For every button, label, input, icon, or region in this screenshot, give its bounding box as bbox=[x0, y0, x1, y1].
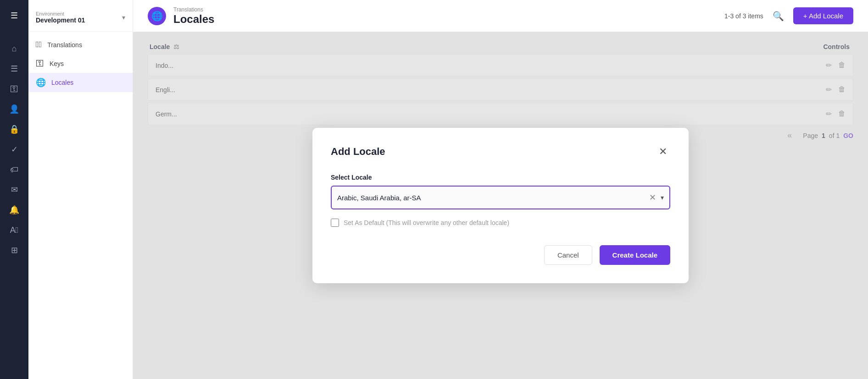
chevron-down-icon[interactable]: ▾ bbox=[661, 194, 664, 201]
modal-actions: Cancel Create Locale bbox=[331, 245, 670, 265]
modal-overlay: Add Locale ✕ Select Locale ✕ ▾ Set As De… bbox=[133, 32, 868, 379]
locale-input[interactable] bbox=[337, 194, 649, 202]
lock-icon[interactable]: 🔒 bbox=[6, 121, 22, 137]
env-label: Environment bbox=[36, 11, 85, 16]
nav-sidebar: Environment Development 01 ▾ ✕⃣ Translat… bbox=[28, 0, 133, 379]
header-right: 1-3 of 3 items 🔍 + Add Locale bbox=[724, 7, 853, 24]
clear-icon[interactable]: ✕ bbox=[649, 192, 656, 203]
page-title: Locales bbox=[173, 13, 214, 26]
globe-icon: 🌐 bbox=[148, 7, 166, 25]
modal-header: Add Locale ✕ bbox=[331, 144, 670, 159]
hamburger-icon[interactable]: ☰ bbox=[6, 7, 22, 24]
dark-sidebar: ☰ ⌂ ☰ ⚿ 👤 🔒 ✓ 🏷 ✉ 🔔 A⃤ ⊞ bbox=[0, 0, 28, 379]
locale-input-wrapper: ✕ ▾ bbox=[331, 186, 670, 209]
grid-icon[interactable]: ⊞ bbox=[6, 242, 22, 258]
key-icon: ⚿ bbox=[36, 59, 44, 68]
sidebar-item-label: Locales bbox=[51, 79, 73, 86]
modal-title: Add Locale bbox=[331, 146, 385, 158]
check-icon[interactable]: ✓ bbox=[6, 141, 22, 158]
translate-icon[interactable]: A⃤ bbox=[6, 222, 22, 238]
table-area: Locale ⚖ Controls Indo... ✏ 🗑 Engli... ✏… bbox=[133, 32, 868, 379]
cancel-button[interactable]: Cancel bbox=[544, 245, 592, 265]
set-default-checkbox[interactable] bbox=[331, 219, 339, 227]
modal-close-button[interactable]: ✕ bbox=[656, 144, 670, 159]
tag-icon[interactable]: 🏷 bbox=[6, 161, 22, 178]
select-locale-label: Select Locale bbox=[331, 174, 670, 181]
key-icon[interactable]: ⚿ bbox=[6, 81, 22, 97]
env-name: Development 01 bbox=[36, 16, 85, 24]
add-locale-button[interactable]: + Add Locale bbox=[793, 7, 853, 24]
globe-icon: 🌐 bbox=[36, 77, 46, 88]
add-locale-modal: Add Locale ✕ Select Locale ✕ ▾ Set As De… bbox=[312, 128, 689, 283]
sidebar-item-locales[interactable]: 🌐 Locales bbox=[28, 73, 133, 92]
title-block: Translations Locales bbox=[173, 6, 214, 26]
input-icons: ✕ ▾ bbox=[649, 192, 664, 203]
environment-selector[interactable]: Environment Development 01 ▾ bbox=[28, 7, 133, 32]
search-icon[interactable]: 🔍 bbox=[773, 11, 784, 22]
list-icon[interactable]: ☰ bbox=[6, 60, 22, 77]
create-locale-button[interactable]: Create Locale bbox=[600, 245, 670, 265]
sidebar-item-label: Keys bbox=[50, 60, 64, 67]
user-icon[interactable]: 👤 bbox=[6, 101, 22, 117]
sidebar-item-label: Translations bbox=[47, 41, 82, 49]
breadcrumb: Translations bbox=[173, 6, 214, 13]
chevron-down-icon: ▾ bbox=[122, 14, 125, 21]
page-header: 🌐 Translations Locales 1-3 of 3 items 🔍 … bbox=[133, 0, 868, 32]
mail-icon[interactable]: ✉ bbox=[6, 181, 22, 198]
translate-icon: ✕⃣ bbox=[36, 40, 42, 49]
sidebar-item-translations[interactable]: ✕⃣ Translations bbox=[28, 35, 133, 54]
sidebar-item-keys[interactable]: ⚿ Keys bbox=[28, 54, 133, 73]
header-left: 🌐 Translations Locales bbox=[148, 6, 214, 26]
main-content: 🌐 Translations Locales 1-3 of 3 items 🔍 … bbox=[133, 0, 868, 379]
home-icon[interactable]: ⌂ bbox=[6, 40, 22, 57]
items-count: 1-3 of 3 items bbox=[724, 12, 763, 20]
checkbox-label: Set As Default (This will overwrite any … bbox=[344, 219, 509, 226]
bell-icon[interactable]: 🔔 bbox=[6, 202, 22, 218]
default-locale-checkbox-row: Set As Default (This will overwrite any … bbox=[331, 219, 670, 227]
